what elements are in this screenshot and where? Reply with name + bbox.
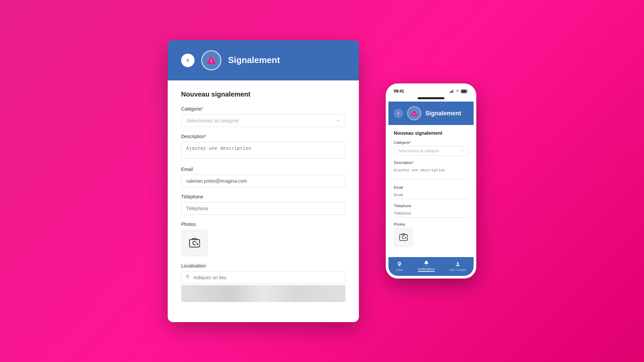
email-input[interactable] xyxy=(181,175,345,187)
tab-lieux[interactable]: Lieux xyxy=(396,261,403,272)
description-label: Description* xyxy=(181,134,345,139)
phone-categorie-group: Catégorie* Sélectionnez la catégorie xyxy=(394,140,468,156)
phone-back-button[interactable] xyxy=(394,109,403,118)
alert-icon-circle: ! xyxy=(201,50,221,70)
photos-label: Photos xyxy=(181,222,345,227)
phone-photos-label: Photos xyxy=(394,222,468,226)
tab-lieux-label: Lieux xyxy=(396,268,403,272)
phone-header: ! Signalement xyxy=(388,102,474,125)
phone-description-input[interactable] xyxy=(394,166,468,179)
svg-point-6 xyxy=(187,276,188,277)
phone-add-photo-button[interactable] xyxy=(394,228,413,247)
phone-notch xyxy=(388,95,474,102)
phone-alert-icon: ! xyxy=(407,106,421,120)
telephone-input[interactable] xyxy=(181,202,345,215)
categorie-group: Catégorie* Sélectionnez la catégorie xyxy=(181,106,345,127)
page-title: Signalement xyxy=(228,55,280,65)
location-input-wrapper xyxy=(181,271,345,284)
localisation-group: Localisation xyxy=(181,263,345,302)
desktop-body: Nouveau signalement Catégorie* Sélection… xyxy=(168,80,359,322)
photos-group: Photos xyxy=(181,222,345,256)
add-photo-button[interactable] xyxy=(181,230,208,256)
telephone-group: Téléphone xyxy=(181,194,345,215)
localisation-label: Localisation xyxy=(181,263,345,268)
section-title: Nouveau signalement xyxy=(181,90,345,98)
wifi-icon xyxy=(455,89,460,93)
phone-mockup: 09:41 xyxy=(386,83,476,279)
svg-rect-7 xyxy=(449,92,450,93)
localisation-input[interactable] xyxy=(181,271,345,284)
svg-point-19 xyxy=(399,262,400,264)
pin-icon xyxy=(185,275,190,281)
svg-text:!: ! xyxy=(414,113,415,116)
desktop-header: ! Signalement xyxy=(168,40,359,80)
map-placeholder xyxy=(181,285,345,302)
desktop-card: ! Signalement Nouveau signalement Catégo… xyxy=(168,40,359,322)
phone-email-input[interactable] xyxy=(394,191,468,199)
svg-rect-10 xyxy=(452,90,453,93)
svg-rect-12 xyxy=(462,90,467,93)
telephone-label: Téléphone xyxy=(181,194,345,199)
svg-rect-8 xyxy=(450,91,451,93)
phone-page-title: Signalement xyxy=(425,110,461,117)
phone-status-bar: 09:41 xyxy=(388,86,474,95)
svg-text:!: ! xyxy=(211,59,212,64)
phone-description-label: Description* xyxy=(394,161,468,165)
bell-icon xyxy=(423,260,429,266)
location-icon xyxy=(396,261,402,267)
battery-icon xyxy=(461,89,468,93)
tab-mon-compte-label: Mon compte xyxy=(449,268,466,272)
phone-email-label: Email xyxy=(394,185,468,189)
tab-mon-compte[interactable]: Mon compte xyxy=(449,261,466,272)
phone-description-group: Description* xyxy=(394,161,468,181)
phone-time: 09:41 xyxy=(394,89,404,94)
description-group: Description* xyxy=(181,134,345,160)
tab-notifications-label: Notifications xyxy=(418,267,434,272)
notch-bar xyxy=(418,97,444,99)
email-group: Email xyxy=(181,167,345,187)
tab-notifications[interactable]: Notifications xyxy=(418,260,434,272)
phone-telephone-input[interactable] xyxy=(394,209,468,218)
phone-photos-group: Photos xyxy=(394,222,468,247)
categorie-select[interactable]: Sélectionnez la catégorie xyxy=(181,114,345,127)
person-icon xyxy=(455,261,461,267)
phone-tab-bar: Lieux Notifications Mon compte xyxy=(388,257,474,276)
photos-container xyxy=(181,230,345,256)
phone-telephone-label: Téléphone xyxy=(394,204,468,208)
svg-point-20 xyxy=(457,262,459,264)
email-label: Email xyxy=(181,167,345,172)
phone-body: Nouveau signalement Catégorie* Sélection… xyxy=(388,125,474,257)
signal-icon xyxy=(449,89,454,93)
phone-categorie-label: Catégorie* xyxy=(394,140,468,144)
description-input[interactable] xyxy=(181,142,345,159)
back-button[interactable] xyxy=(181,54,195,67)
phone-categorie-select[interactable]: Sélectionnez la catégorie xyxy=(394,146,468,156)
phone-telephone-group: Téléphone xyxy=(394,204,468,218)
phone-email-group: Email xyxy=(394,185,468,199)
status-icons xyxy=(449,89,468,93)
categorie-label: Catégorie* xyxy=(181,106,345,112)
svg-rect-9 xyxy=(451,90,452,93)
phone-section-title: Nouveau signalement xyxy=(394,130,468,136)
